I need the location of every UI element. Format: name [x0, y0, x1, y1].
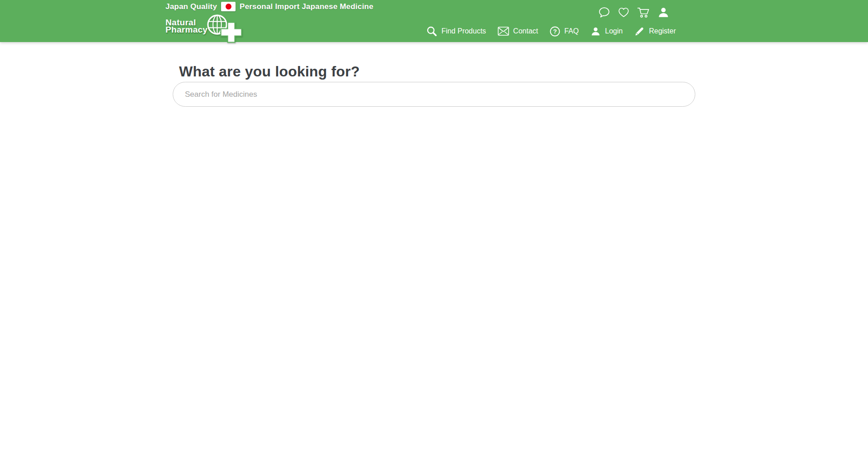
nav-label: Contact: [513, 27, 538, 35]
nav-label: FAQ: [564, 27, 579, 35]
mail-icon: [498, 27, 509, 36]
nav-label: Login: [605, 27, 623, 35]
user-icon: [657, 6, 670, 19]
cart-button[interactable]: [637, 6, 650, 19]
heart-icon: [618, 6, 630, 19]
search-input[interactable]: [173, 82, 695, 107]
user-icon: [590, 26, 601, 37]
main-nav: Find Products Contact ?: [426, 26, 676, 37]
nav-label: Register: [649, 27, 676, 35]
page-title: What are you looking for?: [179, 63, 695, 80]
nav-find-products[interactable]: Find Products: [426, 26, 486, 37]
main-content: What are you looking for?: [173, 63, 695, 107]
chat-bubble-icon: [598, 6, 610, 19]
tagline-personal-import: Personal Import Japanese Medicine: [240, 2, 373, 11]
logo[interactable]: Natural Pharmacy: [165, 16, 373, 43]
logo-line2: Pharmacy: [165, 26, 208, 33]
header-right: Find Products Contact ?: [426, 0, 676, 37]
plus-cross-icon: [220, 22, 242, 43]
nav-contact[interactable]: Contact: [498, 27, 538, 36]
nav-register[interactable]: Register: [634, 26, 676, 37]
nav-label: Find Products: [441, 27, 486, 35]
site-header: Japan Quality Personal Import Japanese M…: [0, 0, 868, 42]
utility-icon-row: [598, 6, 670, 19]
header-left: Japan Quality Personal Import Japanese M…: [165, 0, 373, 43]
pencil-icon: [634, 26, 645, 37]
cart-icon: [637, 6, 650, 19]
question-circle-icon: ?: [550, 26, 560, 37]
japan-flag-icon: [221, 2, 236, 11]
search-icon: [426, 26, 437, 37]
account-button[interactable]: [657, 6, 670, 19]
nav-login[interactable]: Login: [590, 26, 623, 37]
logo-text: Natural Pharmacy: [165, 19, 208, 33]
flag-red-circle: [226, 4, 231, 9]
chat-button[interactable]: [598, 6, 610, 19]
tagline-japan-quality: Japan Quality: [165, 2, 217, 11]
nav-faq[interactable]: ? FAQ: [550, 26, 579, 37]
header-inner: Japan Quality Personal Import Japanese M…: [0, 0, 868, 42]
tagline: Japan Quality Personal Import Japanese M…: [165, 2, 373, 11]
svg-text:?: ?: [553, 28, 557, 35]
favorites-button[interactable]: [618, 6, 630, 19]
